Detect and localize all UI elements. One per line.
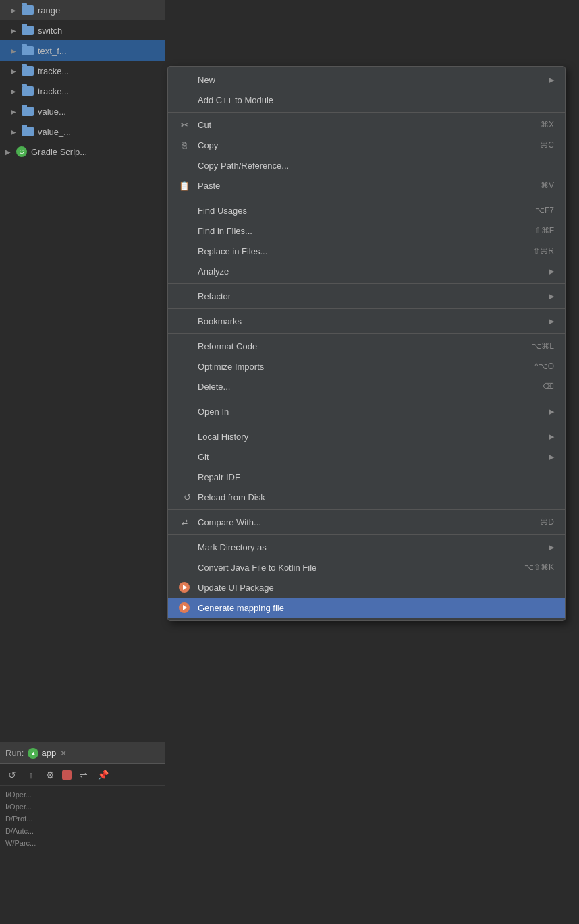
log-output: I/Oper... I/Oper... D/Prof... D/Autc... … <box>0 786 165 852</box>
tree-item-label: value_... <box>38 127 71 137</box>
submenu-arrow: ▶ <box>549 267 554 276</box>
folder-icon <box>22 46 34 55</box>
submenu-arrow: ▶ <box>549 292 554 301</box>
menu-item-find-usages[interactable]: Find Usages ⌥F7 <box>168 200 565 221</box>
menu-item-cut[interactable]: ✂ Cut ⌘X <box>168 115 565 135</box>
log-line-2: I/Oper... <box>5 801 160 813</box>
menu-item-local-history[interactable]: Local History ▶ <box>168 426 565 446</box>
folder-icon <box>22 66 34 76</box>
menu-label-copy-path: Copy Path/Reference... <box>198 161 554 171</box>
menu-item-add-cpp[interactable]: Add C++ to Module <box>168 90 565 110</box>
separator-5 <box>168 333 565 334</box>
folder-icon <box>22 5 34 15</box>
menu-item-paste[interactable]: 📋 Paste ⌘V <box>168 175 565 196</box>
close-run-button[interactable]: ✕ <box>60 749 67 758</box>
submenu-arrow: ▶ <box>549 76 554 84</box>
tree-item-label: tracke... <box>38 66 69 76</box>
tree-item-range[interactable]: ▶ range <box>0 0 165 20</box>
tree-item-value2[interactable]: ▶ value_... <box>0 121 165 142</box>
menu-item-bookmarks[interactable]: Bookmarks ▶ <box>168 311 565 331</box>
tree-arrow: ▶ <box>11 7 22 14</box>
up-button[interactable]: ↑ <box>24 768 38 782</box>
folder-icon <box>22 26 34 35</box>
compare-icon: ⇄ <box>177 518 191 527</box>
menu-item-copy-path[interactable]: Copy Path/Reference... <box>168 155 565 175</box>
menu-label-compare-with: Compare With... <box>198 517 540 527</box>
plugin-orange-icon <box>177 582 191 593</box>
menu-label-find-in-files: Find in Files... <box>198 226 534 236</box>
run-label: Run: <box>5 748 24 758</box>
menu-item-reload-from-disk[interactable]: ↻ Reload from Disk <box>168 487 565 507</box>
menu-item-mark-directory[interactable]: Mark Directory as ▶ <box>168 537 565 557</box>
separator-4 <box>168 308 565 309</box>
shortcut-replace-in-files: ⇧⌘R <box>533 246 554 256</box>
log-line-4: D/Autc... <box>5 825 160 837</box>
log-line-1: I/Oper... <box>5 788 160 801</box>
tree-item-value1[interactable]: ▶ value... <box>0 101 165 121</box>
menu-item-refactor[interactable]: Refactor ▶ <box>168 286 565 306</box>
menu-label-replace-in-files: Replace in Files... <box>198 246 533 256</box>
submenu-arrow: ▶ <box>549 453 554 461</box>
pin-button[interactable]: 📌 <box>96 768 109 782</box>
menu-label-open-in: Open In <box>198 407 549 417</box>
tree-item-text-field[interactable]: ▶ text_f... <box>0 40 165 61</box>
folder-icon <box>22 86 34 96</box>
menu-label-bookmarks: Bookmarks <box>198 316 549 326</box>
menu-label-mark-directory: Mark Directory as <box>198 542 549 552</box>
menu-item-generate-mapping[interactable]: Generate mapping file <box>168 598 565 618</box>
stop-button[interactable] <box>62 770 72 780</box>
log-line-3: D/Prof... <box>5 813 160 825</box>
separator-3 <box>168 283 565 284</box>
menu-label-reload-from-disk: Reload from Disk <box>198 492 554 502</box>
tree-item-label: switch <box>38 26 62 36</box>
shortcut-find-usages: ⌥F7 <box>535 206 554 215</box>
tree-item-tracker2[interactable]: ▶ tracke... <box>0 81 165 101</box>
tree-item-label: Gradle Scrip... <box>31 147 87 157</box>
menu-label-optimize-imports: Optimize Imports <box>198 362 534 372</box>
menu-item-compare-with[interactable]: ⇄ Compare With... ⌘D <box>168 512 565 532</box>
separator-2 <box>168 198 565 198</box>
menu-item-copy[interactable]: ⎘ Copy ⌘C <box>168 135 565 155</box>
tree-item-gradle[interactable]: ▶ G Gradle Scrip... <box>0 142 165 162</box>
separator-9 <box>168 534 565 535</box>
run-bar: Run: ▲ app ✕ <box>0 743 165 764</box>
settings-button[interactable]: ⚙ <box>43 768 57 782</box>
tree-arrow: ▶ <box>11 27 22 34</box>
menu-item-repair-ide[interactable]: Repair IDE <box>168 467 565 487</box>
menu-label-reformat-code: Reformat Code <box>198 341 532 351</box>
menu-label-new: New <box>198 75 549 85</box>
menu-item-reformat-code[interactable]: Reformat Code ⌥⌘L <box>168 336 565 356</box>
menu-label-repair-ide: Repair IDE <box>198 472 554 482</box>
menu-item-analyze[interactable]: Analyze ▶ <box>168 261 565 281</box>
menu-item-replace-in-files[interactable]: Replace in Files... ⇧⌘R <box>168 241 565 261</box>
submenu-arrow: ▶ <box>549 407 554 416</box>
tree-item-label: range <box>38 5 60 16</box>
menu-label-convert-java: Convert Java File to Kotlin File <box>198 562 524 573</box>
menu-item-optimize-imports[interactable]: Optimize Imports ^⌥O <box>168 356 565 376</box>
menu-item-open-in[interactable]: Open In ▶ <box>168 401 565 422</box>
separator-8 <box>168 509 565 510</box>
android-icon: ▲ <box>28 748 38 759</box>
rerun-button[interactable]: ↺ <box>5 768 19 782</box>
tree-item-tracker1[interactable]: ▶ tracke... <box>0 61 165 81</box>
menu-item-convert-java[interactable]: Convert Java File to Kotlin File ⌥⇧⌘K <box>168 557 565 577</box>
menu-item-update-ui[interactable]: Update UI Package <box>168 577 565 598</box>
wrap-button[interactable]: ⇌ <box>77 768 90 782</box>
tree-arrow: ▶ <box>11 108 22 115</box>
tree-item-switch[interactable]: ▶ switch <box>0 20 165 40</box>
menu-label-delete: Delete... <box>198 382 543 392</box>
shortcut-optimize: ^⌥O <box>534 362 554 371</box>
menu-label-analyze: Analyze <box>198 266 549 277</box>
shortcut-find-in-files: ⇧⌘F <box>534 226 554 235</box>
log-line-5: W/Parc... <box>5 837 160 849</box>
tree-item-label: tracke... <box>38 86 69 96</box>
submenu-arrow: ▶ <box>549 543 554 552</box>
folder-icon <box>22 107 34 116</box>
menu-label-paste: Paste <box>198 181 541 191</box>
shortcut-compare: ⌘D <box>540 517 554 527</box>
menu-item-new[interactable]: New ▶ <box>168 69 565 90</box>
menu-item-delete[interactable]: Delete... ⌫ <box>168 376 565 397</box>
menu-item-find-in-files[interactable]: Find in Files... ⇧⌘F <box>168 221 565 241</box>
run-app-name: app <box>41 748 56 758</box>
menu-item-git[interactable]: Git ▶ <box>168 446 565 467</box>
